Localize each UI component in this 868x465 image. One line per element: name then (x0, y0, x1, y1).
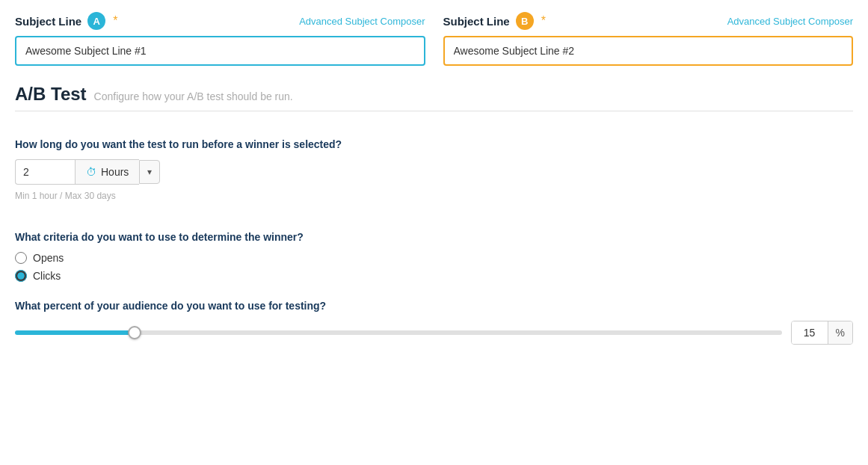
criteria-section: What criteria do you want to use to dete… (15, 231, 853, 282)
subject-line-b-label-group: Subject Line B * (443, 12, 546, 30)
badge-a: A (87, 12, 105, 30)
percent-input-group: % (791, 321, 853, 345)
clock-icon: ⏱ (86, 166, 96, 178)
subject-line-b-block: Subject Line B * Advanced Subject Compos… (443, 12, 854, 66)
criteria-clicks-label[interactable]: Clicks (15, 270, 853, 282)
audience-section: What percent of your audience do you wan… (15, 300, 853, 345)
duration-question: How long do you want the test to run bef… (15, 138, 853, 150)
subject-line-a-block: Subject Line A * Advanced Subject Compos… (15, 12, 425, 66)
percent-symbol: % (828, 321, 852, 344)
subject-line-b-header: Subject Line B * Advanced Subject Compos… (443, 12, 854, 30)
slider-container (15, 330, 782, 335)
audience-slider[interactable] (15, 330, 782, 335)
percent-input[interactable] (792, 321, 828, 344)
subject-line-b-label: Subject Line (443, 15, 510, 28)
slider-row: % (15, 321, 853, 345)
ab-test-heading: A/B Test Configure how your A/B test sho… (15, 84, 853, 105)
required-star-a: * (113, 14, 117, 28)
ab-test-title: A/B Test (15, 84, 87, 105)
criteria-radio-group: Opens Clicks (15, 252, 853, 282)
subject-lines-row: Subject Line A * Advanced Subject Compos… (15, 12, 853, 66)
required-star-b: * (541, 14, 546, 28)
duration-number-input[interactable] (15, 159, 75, 185)
badge-b: B (516, 12, 534, 30)
dropdown-arrow-icon: ▾ (147, 167, 152, 177)
subject-line-a-label: Subject Line (15, 15, 81, 28)
criteria-question: What criteria do you want to use to dete… (15, 231, 853, 243)
criteria-clicks-radio[interactable] (15, 270, 27, 282)
duration-row: ⏱ Hours ▾ (15, 159, 853, 185)
duration-unit-label: Hours (101, 166, 129, 178)
subject-line-a-header: Subject Line A * Advanced Subject Compos… (15, 12, 425, 30)
ab-test-subtitle: Configure how your A/B test should be ru… (94, 90, 293, 102)
duration-dropdown-arrow-button[interactable]: ▾ (139, 160, 160, 184)
duration-unit-button[interactable]: ⏱ Hours (75, 159, 139, 185)
subject-line-a-input[interactable] (15, 36, 425, 66)
subject-line-a-label-group: Subject Line A * (15, 12, 117, 30)
duration-hint: Min 1 hour / Max 30 days (15, 191, 853, 201)
duration-section: How long do you want the test to run bef… (15, 126, 853, 213)
audience-question: What percent of your audience do you wan… (15, 300, 853, 312)
advanced-subject-composer-link-a[interactable]: Advanced Subject Composer (299, 16, 425, 27)
criteria-opens-radio[interactable] (15, 252, 27, 264)
section-divider (15, 111, 853, 111)
criteria-clicks-text: Clicks (33, 270, 61, 282)
subject-line-b-input[interactable] (443, 36, 854, 66)
criteria-opens-label[interactable]: Opens (15, 252, 853, 264)
advanced-subject-composer-link-b[interactable]: Advanced Subject Composer (727, 16, 853, 27)
criteria-opens-text: Opens (33, 252, 64, 264)
